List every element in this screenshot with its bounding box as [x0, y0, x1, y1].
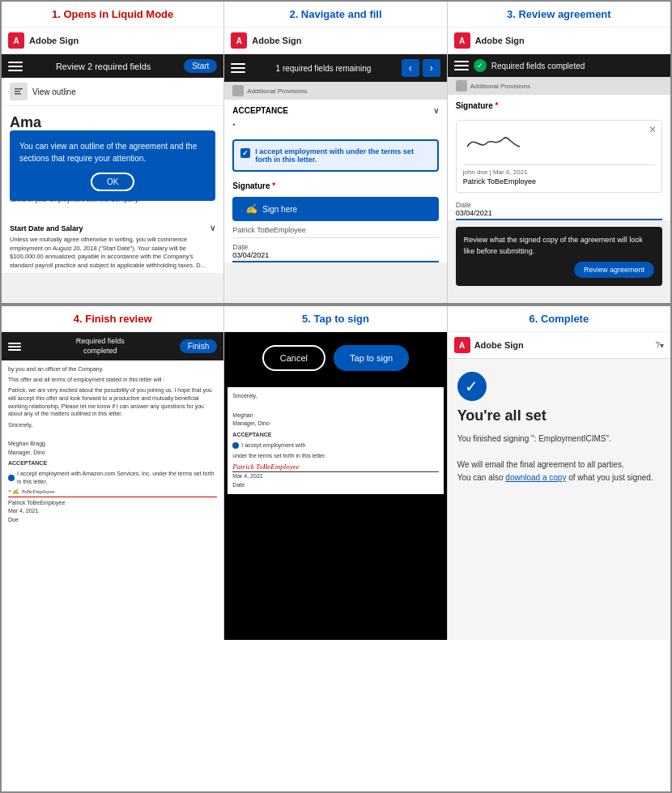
bottom-row: 4. Finish review Required fields complet…: [2, 305, 670, 640]
nav-prev-btn[interactable]: ‹: [402, 59, 419, 77]
checkbox-text-2: I accept employment with under the terms…: [255, 147, 430, 164]
download-link-6[interactable]: download a copy: [505, 473, 566, 482]
p6-header: A Adobe Sign ?▾: [448, 332, 670, 359]
hamburger-icon-3[interactable]: [454, 61, 469, 70]
check-circle-3: ✓: [474, 59, 487, 72]
view-outline-label: View outline: [32, 87, 76, 96]
close-icon-3[interactable]: ✕: [649, 124, 657, 135]
panel-6-title: 6. Complete: [448, 306, 670, 332]
date-label-3: Date: [448, 199, 670, 209]
adobe-sign-label-2: Adobe Sign: [252, 36, 301, 45]
sig-line-4: * ✍ ToBeEmployee: [8, 488, 217, 497]
adobe-header-1: A Adobe Sign: [2, 28, 223, 54]
panel-3: 3. Review agreement A Adobe Sign ✓ Requi…: [448, 2, 670, 303]
review-agreement-button[interactable]: Review agreement: [574, 262, 654, 278]
nav-next-btn[interactable]: ›: [423, 59, 440, 77]
hamburger-icon-2[interactable]: [231, 63, 245, 73]
youre-set-title-6: You're all set: [457, 407, 661, 424]
checkbox-row-2[interactable]: ✓ I accept employment with under the ter…: [232, 139, 438, 172]
panel-4-title: 4. Finish review: [2, 306, 223, 332]
help-icon-6[interactable]: ?▾: [655, 341, 664, 350]
section-body-1: Unless we mutually agree otherwise in wr…: [10, 236, 215, 270]
checkbox-icon-4: [8, 475, 15, 481]
cancel-button-5[interactable]: Cancel: [262, 345, 325, 371]
adobe-sign-label-3: Adobe Sign: [475, 36, 525, 45]
acceptance-asterisk-2: *: [224, 118, 446, 136]
required-star-2: *: [272, 181, 275, 190]
p4-toolbar: Required fields completed Finish: [2, 332, 223, 360]
panel-5-content: Cancel Tap to sign Sincerely, Meghan Man…: [224, 332, 446, 640]
adobe-logo-1: A: [8, 32, 24, 49]
section-bar-3: Additional Provisions: [448, 77, 670, 95]
main-container: 1. Opens in Liquid Mode A Adobe Sign Rev…: [2, 2, 670, 640]
ok-button-1[interactable]: OK: [91, 173, 134, 191]
panel-1-content: A Adobe Sign Review 2 required fields St…: [2, 28, 223, 303]
svg-rect-1: [15, 91, 20, 92]
tap-buttons-area: Cancel Tap to sign: [224, 332, 446, 384]
panel-1: 1. Opens in Liquid Mode A Adobe Sign Rev…: [2, 2, 224, 303]
doc-icon-3: [456, 80, 467, 92]
start-button-1[interactable]: Start: [184, 59, 217, 73]
view-outline-row[interactable]: View outline: [2, 78, 223, 106]
review-info-text-3: Review what the signed copy of the agree…: [464, 235, 654, 257]
sign-here-button-2[interactable]: ✍ Sign here: [232, 197, 438, 221]
sig-signer-3: Patrick ToBeEmployee: [463, 177, 655, 185]
signer-name-label-2: Patrick ToBeEmployee: [224, 224, 446, 234]
p4-center-text: Required fields completed: [76, 337, 125, 356]
toolbar-text-2: 1 required fields remaining: [276, 64, 372, 73]
date-value-3: 03/04/2021: [456, 209, 662, 220]
adobe-sign-label-1: Adobe Sign: [29, 36, 79, 45]
adobe-logo-3: A: [454, 32, 470, 49]
hamburger-icon-1[interactable]: [8, 62, 23, 71]
date-label-2: Date: [224, 241, 446, 251]
check-big-6: ✓: [457, 372, 487, 401]
outline-icon: [10, 83, 28, 100]
toolbar-text-1: Review 2 required fields: [56, 62, 151, 71]
info-dialog-1: You can view an outline of the agreement…: [10, 130, 215, 201]
youre-set-area: ✓ You're all set You finished signing ":…: [448, 359, 670, 497]
review-box-3: Review what the signed copy of the agree…: [456, 227, 662, 286]
sign-icon-2: ✍: [245, 203, 257, 215]
p5-doc-preview: Sincerely, Meghan Manager, Dino ACCEPTAN…: [228, 387, 443, 494]
doc-body-2: ACCEPTANCE ∨ * ✓ I accept employment wit…: [224, 100, 446, 262]
panel-6-content: A Adobe Sign ?▾ ✓ You're all set You fin…: [448, 332, 670, 640]
svg-rect-2: [15, 93, 21, 95]
date-value-2: 03/04/2021: [232, 251, 438, 262]
adobe-sign-label-6: Adobe Sign: [474, 340, 524, 350]
section-label-3: Additional Provisions: [470, 83, 530, 90]
signature-label-3: Signature *: [448, 95, 670, 113]
p6-logo-area: A Adobe Sign: [454, 337, 524, 353]
doc-icon-2: [232, 85, 244, 96]
adobe-logo-6: A: [454, 337, 470, 353]
adobe-logo-2: A: [231, 32, 247, 49]
panel-2-content: A Adobe Sign 1 required fields remaining…: [224, 28, 446, 303]
panel-3-content: A Adobe Sign ✓ Required fields completed: [448, 28, 670, 303]
required-star-3: *: [495, 101, 499, 110]
panel-4: 4. Finish review Required fields complet…: [2, 306, 224, 640]
hamburger-icon-4[interactable]: [8, 343, 21, 351]
signature-box-3: ✕ john doe | Mar 6, 2021 Patrick ToBeEmp…: [456, 120, 662, 193]
panel-5: 5. Tap to sign Cancel Tap to sign Sincer…: [224, 306, 447, 640]
checkbox-icon-5: [232, 442, 239, 449]
finish-button-4[interactable]: Finish: [180, 339, 218, 353]
adobe-header-3: A Adobe Sign: [448, 28, 670, 54]
signature-label-2: Signature *: [224, 175, 446, 194]
sig-image-3: [463, 127, 655, 161]
doc-body-3: Signature * ✕ john doe |: [448, 95, 670, 220]
panel-4-content: Required fields completed Finish by you …: [2, 332, 223, 640]
panel-6: 6. Complete A Adobe Sign ?▾ ✓ You're all…: [448, 306, 670, 640]
section-area-1: Start Date and Salary ∨ Unless we mutual…: [2, 215, 223, 273]
dark-toolbar-1: Review 2 required fields Start: [2, 54, 223, 78]
svg-rect-0: [15, 88, 23, 90]
acceptance-header-2: ACCEPTANCE ∨: [224, 100, 446, 118]
panel-2-title: 2. Navigate and fill: [224, 2, 446, 28]
gray-toolbar-2: 1 required fields remaining ‹ ›: [224, 54, 446, 82]
sig-meta-3: john doe | Mar 6, 2021: [463, 164, 655, 176]
top-row: 1. Opens in Liquid Mode A Adobe Sign Rev…: [2, 2, 670, 305]
completed-text-3: Required fields completed: [491, 62, 585, 70]
tap-to-sign-button[interactable]: Tap to sign: [334, 345, 409, 371]
youre-set-text-6: You finished signing ": EmploymentICIMS"…: [457, 433, 661, 484]
panel-5-title: 5. Tap to sign: [224, 306, 446, 332]
sig-line-5: Patrick ToBeEmployee: [232, 462, 438, 473]
dialog-text-1: You can view an outline of the agreement…: [19, 140, 206, 164]
